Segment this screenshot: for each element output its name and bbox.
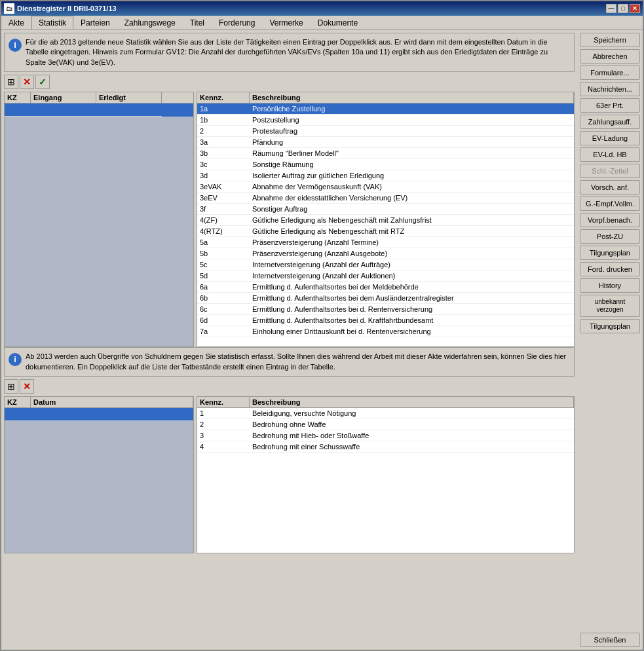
activity-list-row[interactable]: 3f Sonstiger Auftrag <box>197 204 574 215</box>
offense-desc: Bedrohung mit Hieb- oder Stoßwaffe <box>250 430 574 441</box>
activity-list-row[interactable]: 5a Präsenzversteigerung (Anzahl Termine) <box>197 237 574 248</box>
menu-forderung[interactable]: Forderung <box>212 16 262 29</box>
add-button-bottom[interactable]: ⊞ <box>4 379 18 394</box>
delete-button-bottom[interactable]: ✕ <box>20 379 34 394</box>
activity-list-header: Kennz. Beschreibung <box>197 92 574 103</box>
top-table-section: KZ Eingang Erledigt K <box>4 92 575 347</box>
menu-akte[interactable]: Akte <box>1 16 31 29</box>
activity-kz: 5b <box>197 248 250 259</box>
activity-list-row[interactable]: 5d Internetversteigerung (Anzahl der Auk… <box>197 270 574 282</box>
activity-desc: Präsenzversteigerung (Anzahl Ausgebote) <box>250 248 574 259</box>
history-button[interactable]: History <box>580 278 640 293</box>
tilgungsplan1-button[interactable]: Tilgungsplan <box>580 246 640 260</box>
activity-list-row[interactable]: 6b Ermittlung d. Aufenthaltsortes bei de… <box>197 293 574 304</box>
activity-kz: 3eEV <box>197 193 250 204</box>
activity-desc: Gütliche Erledigung als Nebengeschäft mi… <box>250 226 574 237</box>
offense-list-row[interactable]: 2 Bedrohung ohne Waffe <box>197 419 574 430</box>
abbrechen-button[interactable]: Abbrechen <box>580 49 640 64</box>
vorpf-benach-button[interactable]: Vorpf.benach. <box>580 213 640 227</box>
top-left-body <box>5 103 193 346</box>
title-bar: 🗂 Dienstregister II DRII-0371/13 — □ ✕ <box>1 1 643 16</box>
delete-button-top[interactable]: ✕ <box>20 75 34 89</box>
activity-list-row[interactable]: 3eEV Abnahme der eidesstattlichen Versic… <box>197 193 574 204</box>
menu-parteien[interactable]: Parteien <box>73 16 117 29</box>
activity-list-row[interactable]: 6c Ermittlung d. Aufenthaltsortes bei d.… <box>197 304 574 315</box>
activity-list-row[interactable]: 1b Postzustellung <box>197 115 574 126</box>
menu-zahlungswege[interactable]: Zahlungswege <box>117 16 183 29</box>
header-beschreibung-bottom: Beschreibung <box>250 397 574 407</box>
main-window: 🗂 Dienstregister II DRII-0371/13 — □ ✕ A… <box>0 0 644 651</box>
confirm-button-top[interactable]: ✓ <box>35 75 50 89</box>
selected-empty-row <box>5 103 193 117</box>
header-erledigt: Erledigt <box>96 92 162 103</box>
speichern-button[interactable]: Speichern <box>580 33 640 47</box>
vorsch-anf-button[interactable]: Vorsch. anf. <box>580 180 640 195</box>
activity-list-row[interactable]: 1a Persönliche Zustellung <box>197 103 574 115</box>
offense-list-row[interactable]: 4 Bedrohung mit einer Schusswaffe <box>197 441 574 453</box>
activity-list-row[interactable]: 4(ZF) Gütliche Erledigung als Nebengesch… <box>197 215 574 226</box>
63er-prt-button[interactable]: 63er Prt. <box>580 98 640 113</box>
activity-kz: 2 <box>197 126 250 137</box>
info-box-top: i Für die ab 2013 geltende neue Statisti… <box>4 33 575 72</box>
sidebar: Speichern Abbrechen Formulare... Nachric… <box>577 30 643 650</box>
activity-kz: 7a <box>197 326 250 337</box>
activity-desc: Isolierter Auftrag zur gütlichen Erledig… <box>250 170 574 181</box>
zahlungsauff-button[interactable]: Zahlungsauff. <box>580 115 640 129</box>
minimize-button[interactable]: — <box>606 4 616 13</box>
offense-desc: Bedrohung mit einer Schusswaffe <box>250 441 574 453</box>
close-button[interactable]: ✕ <box>630 4 640 13</box>
activity-list-row[interactable]: 3c Sonstige Räumung <box>197 159 574 170</box>
activity-list-row[interactable]: 6d Ermittlung d. Aufenthaltsortes bei d.… <box>197 315 574 326</box>
header-eingang: Eingang <box>31 92 96 103</box>
main-panel: i Für die ab 2013 geltende neue Statisti… <box>1 30 577 650</box>
activity-kz: 1a <box>197 103 250 115</box>
activity-kz: 3b <box>197 148 250 159</box>
activity-desc: Ermittlung d. Aufenthaltsortes bei d. Re… <box>250 304 574 315</box>
bottom-left-header: KZ Datum <box>5 397 193 408</box>
offense-desc: Bedrohung ohne Waffe <box>250 419 574 430</box>
bottom-left-body <box>5 408 193 553</box>
formulare-button[interactable]: Formulare... <box>580 65 640 80</box>
activity-list-row[interactable]: 3d Isolierter Auftrag zur gütlichen Erle… <box>197 170 574 181</box>
menu-titel[interactable]: Titel <box>183 16 212 29</box>
info-text-bottom: Ab 2013 werden auch Übergriffe von Schul… <box>26 352 570 372</box>
offense-list-row[interactable]: 1 Beleidigung, versuchte Nötigung <box>197 408 574 419</box>
window-title: Dienstregister II DRII-0371/13 <box>17 5 606 12</box>
activity-kz: 3f <box>197 204 250 215</box>
window-icon: 🗂 <box>4 3 14 14</box>
g-empf-vollm-button[interactable]: G.-Empf.Vollm. <box>580 196 640 211</box>
menu-dokumente[interactable]: Dokumente <box>311 16 365 29</box>
schl-zettel-button[interactable]: Schl.-Zettel <box>580 164 640 178</box>
toolbar-bottom: ⊞ ✕ <box>4 379 575 394</box>
nachrichten-button[interactable]: Nachrichten... <box>580 82 640 96</box>
activity-list-row[interactable]: 2 Protestauftrag <box>197 126 574 137</box>
maximize-button[interactable]: □ <box>618 4 628 13</box>
activity-list-row[interactable]: 7a Einholung einer Drittauskunft bei d. … <box>197 326 574 337</box>
ford-drucken-button[interactable]: Ford. drucken <box>580 262 640 276</box>
activity-list-row[interactable]: 3b Räumung "Berliner Modell" <box>197 148 574 159</box>
activity-kz: 6b <box>197 293 250 304</box>
bottom-left-table: KZ Datum <box>4 396 194 553</box>
activity-list-row[interactable]: 3eVAK Abnahme der Vermögensauskunft (VAK… <box>197 181 574 193</box>
top-left-table: KZ Eingang Erledigt <box>4 92 194 347</box>
activity-list-row[interactable]: 4(RTZ) Gütliche Erledigung als Nebengesc… <box>197 226 574 237</box>
ev-ld-hb-button[interactable]: EV-Ld. HB <box>580 147 640 162</box>
tilgungsplan2-button[interactable]: Tilgungsplan <box>580 319 640 333</box>
activity-list-row[interactable]: 5b Präsenzversteigerung (Anzahl Ausgebot… <box>197 248 574 259</box>
activity-list-body: 1a Persönliche Zustellung 1b Postzustell… <box>197 103 574 346</box>
offense-list-row[interactable]: 3 Bedrohung mit Hieb- oder Stoßwaffe <box>197 430 574 441</box>
activity-list-row[interactable]: 6a Ermittlung d. Aufenthaltsortes bei de… <box>197 282 574 293</box>
unbekannt-verzogen-button[interactable]: unbekanntverzogen <box>580 295 640 317</box>
add-button-top[interactable]: ⊞ <box>4 75 18 89</box>
activity-list-row[interactable]: 3a Pfändung <box>197 137 574 148</box>
activity-list-row[interactable]: 5c Internetversteigerung (Anzahl der Auf… <box>197 259 574 270</box>
header-kennz: Kennz. <box>197 92 250 103</box>
activity-desc: Gütliche Erledigung als Nebengeschäft mi… <box>250 215 574 226</box>
menu-statistik[interactable]: Statistik <box>31 16 73 29</box>
menu-vermerke[interactable]: Vermerke <box>262 16 310 29</box>
schliessen-button[interactable]: Schließen <box>580 633 640 647</box>
activity-kz: 6a <box>197 282 250 293</box>
ev-ladung-button[interactable]: EV-Ladung <box>580 131 640 145</box>
activity-desc: Ermittlung d. Aufenthaltsortes bei d. Kr… <box>250 315 574 326</box>
post-zu-button[interactable]: Post-ZU <box>580 229 640 244</box>
